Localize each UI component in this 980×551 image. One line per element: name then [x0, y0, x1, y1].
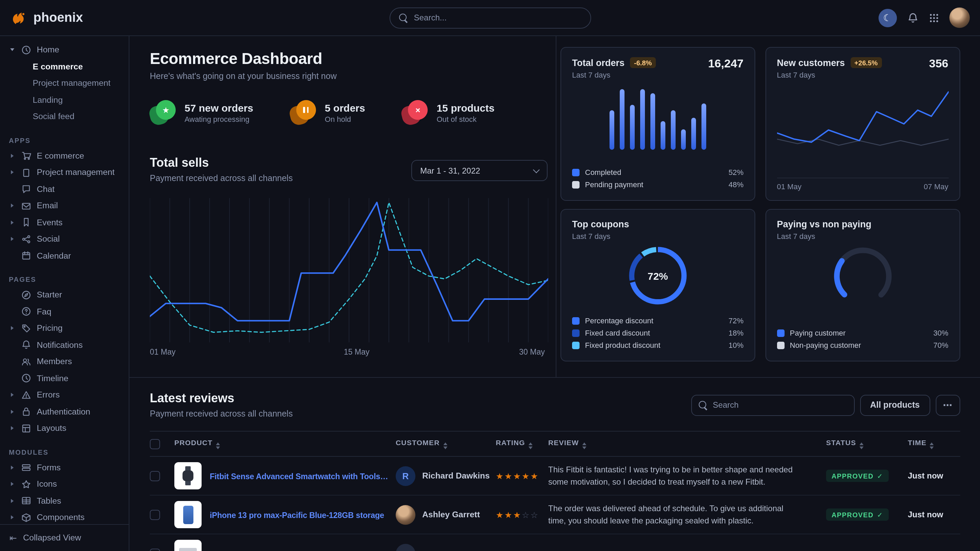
sidebar-item-label: Starter [37, 290, 62, 300]
rating-stars: ★★★☆☆ [496, 510, 543, 520]
sidebar-item-label: Timeline [37, 374, 68, 383]
customer[interactable]: RRichard Dawkins [396, 466, 490, 486]
apps-grid-button[interactable] [929, 13, 939, 23]
sidebar-item-label: Events [37, 218, 63, 227]
legend-value: 18% [729, 329, 743, 337]
calendar-icon [21, 251, 31, 261]
stat-circle: ★ [156, 100, 176, 120]
review-cell: This Fitbit is fantastic! I was trying t… [548, 456, 826, 495]
column-header-customer[interactable]: CUSTOMER [396, 431, 496, 456]
check-icon: ✓ [877, 511, 883, 518]
brand[interactable]: phoenix [11, 9, 83, 26]
new-customers-chart [777, 86, 949, 162]
review-cell: The order was delivered ahead of schedul… [548, 495, 826, 534]
dashboard-top: Ecommerce Dashboard Here's what's going … [129, 36, 980, 378]
column-header-rating[interactable]: RATING [496, 431, 548, 456]
status-badge: APPROVED✓ [826, 508, 889, 521]
sort-icon [582, 442, 586, 449]
sidebar-item-landing[interactable]: Landing [0, 92, 129, 108]
star-empty-icon: ☆ [522, 510, 530, 520]
legend-swatch-icon [572, 168, 579, 176]
sidebar-item-e-commerce[interactable]: E commerce [0, 58, 129, 75]
sidebar-item-events[interactable]: Events [0, 214, 129, 231]
legend-label: Paying customer [790, 329, 846, 337]
legend-swatch-icon [777, 341, 784, 349]
product-cell: Fitbit Sense Advanced Smartwatch with To… [174, 456, 396, 495]
sidebar-item-timeline[interactable]: Timeline [0, 370, 129, 387]
sidebar-item-components[interactable]: Components [0, 509, 129, 526]
reviews-search[interactable] [691, 394, 854, 416]
theme-toggle-button[interactable]: ☾ [878, 8, 897, 27]
all-products-button[interactable]: All products [860, 394, 930, 416]
sidebar-item-members[interactable]: Members [0, 353, 129, 370]
top-coupons-donut-wrap: 72% [625, 243, 690, 308]
customer[interactable]: Ashley Garrett [396, 505, 490, 524]
reviews-search-input[interactable] [713, 400, 847, 410]
reviews-table: PRODUCTCUSTOMERRATINGREVIEWSTATUSTIME Fi… [150, 431, 960, 551]
order-bar [681, 129, 686, 150]
sidebar-item-errors[interactable]: Errors [0, 387, 129, 403]
sidebar-item-chat[interactable]: Chat [0, 181, 129, 197]
sidebar-item-layouts[interactable]: Layouts [0, 420, 129, 437]
legend-value: 10% [729, 341, 743, 349]
sidebar-item-pricing[interactable]: Pricing [0, 320, 129, 337]
row-checkbox[interactable] [150, 548, 160, 551]
sidebar-item-label: E commerce [33, 62, 83, 71]
column-header-product[interactable]: PRODUCT [174, 431, 396, 456]
brand-name: phoenix [33, 10, 83, 25]
reviews-header-row: PRODUCTCUSTOMERRATINGREVIEWSTATUSTIME [150, 431, 960, 456]
orders-bar-chart [572, 86, 744, 150]
checkbox-cell [150, 495, 174, 534]
chevron-down-icon [533, 166, 540, 173]
sidebar-item-authentication[interactable]: Authentication [0, 403, 129, 420]
sidebar-item-e-commerce[interactable]: E commerce [0, 148, 129, 164]
caret-right-icon [9, 170, 16, 175]
product-link[interactable]: Fitbit Sense Advanced Smartwatch with To… [210, 472, 390, 480]
collapse-view-button[interactable]: ⇤ Collapsed View [0, 524, 129, 551]
caret-right-icon [9, 237, 16, 241]
sidebar-item-faq[interactable]: Faq [0, 303, 129, 320]
user-avatar[interactable] [949, 8, 969, 28]
sidebar-item-notifications[interactable]: Notifications [0, 337, 129, 353]
sidebar-item-project-management[interactable]: Project management [0, 75, 129, 92]
column-header-status[interactable]: STATUS [826, 431, 908, 456]
sidebar-item-home[interactable]: Home [0, 41, 129, 58]
check-icon: ✓ [877, 472, 883, 480]
search-icon [399, 13, 408, 22]
sidebar-item-forms[interactable]: Forms [0, 459, 129, 476]
more-options-button[interactable]: ⋯ [935, 394, 960, 416]
caret-right-icon [9, 499, 16, 503]
global-search[interactable] [390, 7, 591, 28]
legend-row: Fixed product discount10% [572, 339, 744, 351]
sidebar-item-project-management[interactable]: Project management [0, 164, 129, 181]
sidebar-item-label: Landing [33, 95, 63, 105]
row-checkbox[interactable] [150, 510, 160, 520]
date-range-select[interactable]: Mar 1 - 31, 2022 [411, 160, 547, 181]
card-period: Last 7 days [572, 71, 656, 79]
sidebar-item-starter[interactable]: Starter [0, 287, 129, 303]
sidebar-item-social-feed[interactable]: Social feed [0, 108, 129, 125]
customer[interactable] [396, 543, 490, 551]
sidebar-item-email[interactable]: Email [0, 197, 129, 214]
pause-bar [307, 107, 309, 113]
legend-row: Paying customer30% [777, 327, 949, 339]
sidebar-item-icons[interactable]: Icons [0, 476, 129, 492]
column-header-review[interactable]: REVIEW [548, 431, 826, 456]
page-title: Ecommerce Dashboard [150, 50, 547, 68]
select-all-cell [150, 431, 174, 456]
share-icon [21, 234, 31, 245]
stat-value: 5 orders [325, 102, 365, 113]
notifications-button[interactable] [907, 12, 918, 24]
card-period: Last 7 days [572, 232, 629, 240]
clock-icon [21, 373, 31, 384]
grid-icon [929, 13, 939, 23]
sidebar-item-calendar[interactable]: Calendar [0, 248, 129, 264]
sidebar-item-tables[interactable]: Tables [0, 492, 129, 509]
column-header-time[interactable]: TIME [908, 431, 960, 456]
sidebar-item-social[interactable]: Social [0, 231, 129, 248]
global-search-input[interactable] [414, 13, 582, 22]
product-link[interactable]: iPhone 13 pro max-Pacific Blue-128GB sto… [210, 510, 390, 519]
row-checkbox[interactable] [150, 471, 160, 481]
select-all-checkbox[interactable] [150, 439, 160, 449]
legend-row: Pending payment48% [572, 178, 744, 191]
